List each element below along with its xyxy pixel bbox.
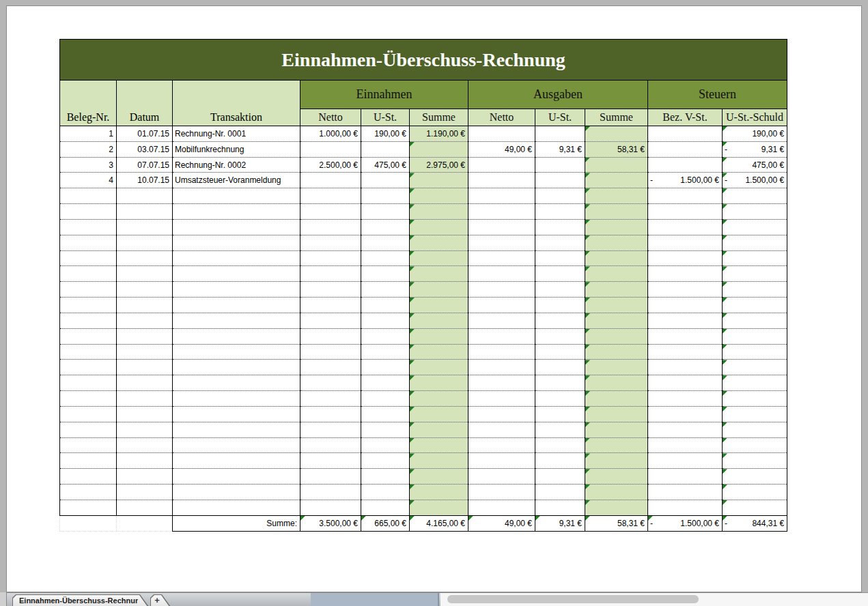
cell-r4-a_summe[interactable] [585, 173, 648, 188]
cell-r7-datum[interactable] [117, 219, 173, 235]
table-title[interactable]: Einnahmen-Überschuss-Rechnung [60, 40, 787, 81]
cell-r22-e_ust[interactable] [361, 453, 410, 469]
cell-r3-e_ust[interactable]: 475,00 € [361, 157, 410, 173]
cell-r17-bez_vst[interactable] [648, 375, 723, 391]
cell-r7-a_summe[interactable] [585, 219, 648, 235]
cell-r21-e_netto[interactable] [300, 437, 361, 453]
cell-r2-transaktion[interactable]: Mobilfunkrechnung [173, 141, 300, 157]
cell-r9-e_ust[interactable] [361, 250, 410, 266]
cell-r10-bez_vst[interactable] [648, 266, 723, 282]
cell-r20-e_netto[interactable] [300, 422, 361, 437]
cell-r6-bez_vst[interactable] [648, 204, 723, 220]
cell-r10-datum[interactable] [117, 266, 173, 282]
cell-r22-bez_vst[interactable] [648, 453, 723, 469]
cell-r24-e_ust[interactable] [361, 485, 410, 500]
cell-r6-nr[interactable] [60, 204, 117, 220]
cell-r23-e_netto[interactable] [300, 469, 361, 485]
cell-r19-a_ust[interactable] [535, 406, 585, 422]
cell-r3-e_netto[interactable]: 2.500,00 € [300, 157, 361, 173]
cell-r16-bez_vst[interactable] [648, 360, 723, 375]
cell-r25-bez_vst[interactable] [648, 500, 723, 515]
cell-r23-a_ust[interactable] [535, 469, 585, 485]
cell-r4-ust_schuld[interactable]: -1.500,00 € [723, 173, 787, 188]
sub-header-0-2[interactable]: Summe [410, 109, 468, 126]
cell-r19-nr[interactable] [60, 406, 117, 422]
cell-r21-datum[interactable] [117, 437, 173, 453]
cell-r5-a_ust[interactable] [535, 188, 585, 204]
cell-r10-e_ust[interactable] [361, 266, 410, 282]
cell-r11-e_ust[interactable] [361, 282, 410, 298]
cell-r8-e_netto[interactable] [300, 235, 361, 250]
cell-r19-datum[interactable] [117, 406, 173, 422]
cell-r12-ust_schuld[interactable] [723, 298, 787, 313]
cell-r17-e_ust[interactable] [361, 375, 410, 391]
cell-r7-a_ust[interactable] [535, 219, 585, 235]
cell-r6-transaktion[interactable] [173, 204, 300, 220]
cell-r13-a_ust[interactable] [535, 313, 585, 328]
cell-r5-transaktion[interactable] [173, 188, 300, 204]
cell-r22-a_summe[interactable] [585, 453, 648, 469]
cell-r18-e_ust[interactable] [361, 391, 410, 407]
cell-r13-ust_schuld[interactable] [723, 313, 787, 328]
cell-r12-bez_vst[interactable] [648, 298, 723, 313]
cell-r19-transaktion[interactable] [173, 406, 300, 422]
cell-r23-nr[interactable] [60, 469, 117, 485]
cell-r25-e_summe[interactable] [410, 500, 468, 515]
group-header-2[interactable]: Steuern [648, 81, 787, 109]
cell-r3-ust_schuld[interactable]: 475,00 € [723, 157, 787, 173]
cell-r23-ust_schuld[interactable] [723, 469, 787, 485]
cell-r4-a_netto[interactable] [468, 173, 535, 188]
cell-r25-datum[interactable] [117, 500, 173, 515]
cell-r17-a_netto[interactable] [468, 375, 535, 391]
cell-r19-e_netto[interactable] [300, 406, 361, 422]
cell-r13-a_netto[interactable] [468, 313, 535, 328]
cell-r5-e_summe[interactable] [410, 188, 468, 204]
cell-r14-a_summe[interactable] [585, 328, 648, 344]
cell-r5-ust_schuld[interactable] [723, 188, 787, 204]
cell-r18-bez_vst[interactable] [648, 391, 723, 407]
cell-r9-a_summe[interactable] [585, 250, 648, 266]
cell-r17-e_netto[interactable] [300, 375, 361, 391]
cell-r7-a_netto[interactable] [468, 219, 535, 235]
cell-r15-a_netto[interactable] [468, 344, 535, 360]
cell-r14-e_ust[interactable] [361, 328, 410, 344]
cell-r14-a_netto[interactable] [468, 328, 535, 344]
sub-header-2-1[interactable]: U-St.-Schuld [723, 109, 787, 126]
cell-r24-transaktion[interactable] [173, 485, 300, 500]
cell-r25-a_netto[interactable] [468, 500, 535, 515]
cell-r20-e_summe[interactable] [410, 422, 468, 437]
cell-r25-ust_schuld[interactable] [723, 500, 787, 515]
total-e_ust[interactable]: 665,00 € [361, 515, 410, 531]
cell-r2-bez_vst[interactable] [648, 141, 723, 157]
cell-r24-e_netto[interactable] [300, 485, 361, 500]
cell-r12-datum[interactable] [117, 298, 173, 313]
cell-r10-nr[interactable] [60, 266, 117, 282]
horizontal-scrollbar-thumb[interactable] [447, 595, 699, 603]
cell-r17-transaktion[interactable] [173, 375, 300, 391]
cell-r10-e_netto[interactable] [300, 266, 361, 282]
cell-r3-a_summe[interactable] [585, 157, 648, 173]
group-header-0[interactable]: Einnahmen [300, 81, 468, 109]
cell-r8-e_ust[interactable] [361, 235, 410, 250]
cell-r23-a_netto[interactable] [468, 469, 535, 485]
cell-r3-e_summe[interactable]: 2.975,00 € [410, 157, 468, 173]
cell-r14-ust_schuld[interactable] [723, 328, 787, 344]
cell-r19-a_summe[interactable] [585, 406, 648, 422]
tabbar-scrollbar-splitter[interactable] [311, 593, 439, 606]
cell-r15-e_netto[interactable] [300, 344, 361, 360]
cell-r11-bez_vst[interactable] [648, 282, 723, 298]
total-e_summe[interactable]: 4.165,00 € [410, 515, 468, 531]
cell-r1-ust_schuld[interactable]: 190,00 € [723, 126, 787, 142]
cell-r5-e_netto[interactable] [300, 188, 361, 204]
cell-r2-e_summe[interactable] [410, 141, 468, 157]
cell-r15-nr[interactable] [60, 344, 117, 360]
cell-r9-e_summe[interactable] [410, 250, 468, 266]
cell-r22-e_summe[interactable] [410, 453, 468, 469]
cell-r23-e_summe[interactable] [410, 469, 468, 485]
cell-r18-e_summe[interactable] [410, 391, 468, 407]
cell-r1-e_summe[interactable]: 1.190,00 € [410, 126, 468, 142]
cell-r1-nr[interactable]: 1 [60, 126, 117, 142]
cell-r5-datum[interactable] [117, 188, 173, 204]
cell-r21-a_ust[interactable] [535, 437, 585, 453]
cell-r20-bez_vst[interactable] [648, 422, 723, 437]
